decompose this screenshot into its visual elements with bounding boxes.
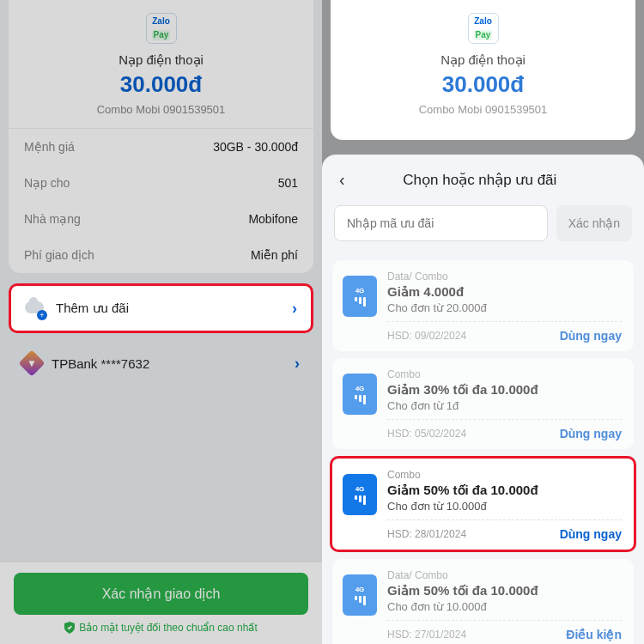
sheet-header: ‹ Chọn hoặc nhập ưu đãi (322, 161, 644, 198)
sheet-title: Chọn hoặc nhập ưu đãi (350, 171, 610, 189)
row-label: Nhà mạng (24, 212, 81, 226)
voucher-category: Combo (387, 469, 622, 481)
summary-card: Zalo Pay Nạp điện thoại 30.000đ Combo Mo… (9, 0, 313, 273)
voucher-title: Giảm 50% tối đa 10.000đ (387, 483, 622, 498)
voucher-title: Giảm 4.000đ (387, 284, 622, 300)
bottom-bar: Xác nhận giao dịch Bảo mật tuyệt đối the… (0, 562, 322, 644)
voucher-title: Giảm 30% tối đa 10.000đ (387, 382, 622, 398)
data-sim-icon: 4G (343, 574, 377, 616)
chevron-right-icon: › (295, 355, 300, 373)
voucher-card[interactable]: 4GComboGiảm 50% tối đa 10.000đCho đơn từ… (330, 456, 636, 552)
add-offer-row[interactable]: + Thêm ưu đãi › (9, 283, 313, 333)
voucher-expiry: HSD: 05/02/2024 (387, 428, 466, 440)
voucher-condition: Cho đơn từ 10.000đ (387, 600, 622, 613)
data-sim-icon: 4G (343, 474, 377, 515)
chevron-right-icon: › (292, 300, 297, 318)
detail-row: Phí giao dịchMiễn phí (9, 237, 313, 273)
voucher-action[interactable]: Dùng ngay (560, 527, 622, 541)
voucher-expiry: HSD: 28/01/2024 (387, 528, 466, 540)
voucher-expiry: HSD: 27/01/2024 (387, 629, 466, 641)
payment-method-row[interactable]: ▼ TPBank ****7632 › (9, 342, 313, 385)
voucher-expiry: HSD: 09/02/2024 (387, 330, 466, 342)
row-value: Miễn phí (251, 248, 298, 262)
apply-code-button[interactable]: Xác nhận (556, 205, 632, 241)
zalopay-logo: Zalo Pay (146, 13, 177, 44)
row-value: 30GB - 30.000đ (213, 140, 298, 154)
bank-label: TPBank ****7632 (52, 356, 295, 371)
detail-rows: Mệnh giá30GB - 30.000đNạp cho501Nhà mạng… (9, 128, 313, 273)
voucher-action[interactable]: Điều kiện (566, 628, 622, 641)
cloud-plus-icon: + (25, 298, 46, 319)
voucher-action[interactable]: Dùng ngay (560, 427, 622, 440)
back-button[interactable]: ‹ (334, 170, 350, 190)
summary-card-bg: Zalo Pay Nạp điện thoại 30.000đ Combo Mo… (331, 0, 635, 140)
promo-code-input[interactable] (334, 205, 548, 241)
row-value: 501 (278, 176, 298, 190)
add-offer-label: Thêm ưu đãi (56, 301, 292, 316)
row-label: Phí giao dịch (24, 248, 94, 262)
security-note: Bảo mật tuyệt đối theo chuẩn cao nhất (14, 622, 308, 634)
voucher-card[interactable]: 4GData/ ComboGiảm 4.000đCho đơn từ 20.00… (332, 260, 634, 351)
row-value: Mobifone (248, 212, 298, 226)
tpbank-icon: ▼ (18, 349, 45, 376)
code-input-row: Xác nhận (322, 198, 644, 253)
row-label: Nạp cho (24, 176, 70, 190)
service-title: Nạp điện thoại (9, 52, 313, 68)
voucher-category: Data/ Combo (387, 270, 622, 283)
voucher-list: 4GData/ ComboGiảm 4.000đCho đơn từ 20.00… (322, 260, 644, 644)
row-label: Mệnh giá (24, 140, 75, 154)
voucher-category: Data/ Combo (387, 569, 622, 581)
offers-screen: Zalo Pay Nạp điện thoại 30.000đ Combo Mo… (322, 0, 644, 644)
voucher-category: Combo (387, 368, 622, 380)
voucher-action[interactable]: Dùng ngay (560, 329, 622, 343)
voucher-condition: Cho đơn từ 20.000đ (387, 301, 622, 314)
shield-icon (64, 622, 75, 634)
confirm-button[interactable]: Xác nhận giao dịch (14, 573, 308, 615)
checkout-screen: Zalo Pay Nạp điện thoại 30.000đ Combo Mo… (0, 0, 322, 644)
data-sim-icon: 4G (343, 374, 377, 415)
detail-row: Nhà mạngMobifone (9, 201, 313, 237)
voucher-card[interactable]: 4GComboGiảm 30% tối đa 10.000đCho đơn từ… (332, 358, 634, 449)
detail-row: Mệnh giá30GB - 30.000đ (9, 129, 313, 165)
voucher-card[interactable]: 4GData/ ComboGiảm 50% tối đa 10.000đCho … (332, 559, 634, 644)
data-sim-icon: 4G (343, 276, 377, 317)
voucher-condition: Cho đơn từ 10.000đ (387, 500, 622, 513)
voucher-condition: Cho đơn từ 1đ (387, 399, 622, 412)
zalopay-logo: Zalo Pay (468, 13, 499, 44)
voucher-title: Giảm 50% tối đa 10.000đ (387, 583, 622, 598)
subtitle: Combo Mobi 0901539501 (9, 103, 313, 116)
detail-row: Nạp cho501 (9, 165, 313, 201)
amount: 30.000đ (9, 71, 313, 98)
offers-sheet: ‹ Chọn hoặc nhập ưu đãi Xác nhận 4GData/… (322, 155, 644, 644)
